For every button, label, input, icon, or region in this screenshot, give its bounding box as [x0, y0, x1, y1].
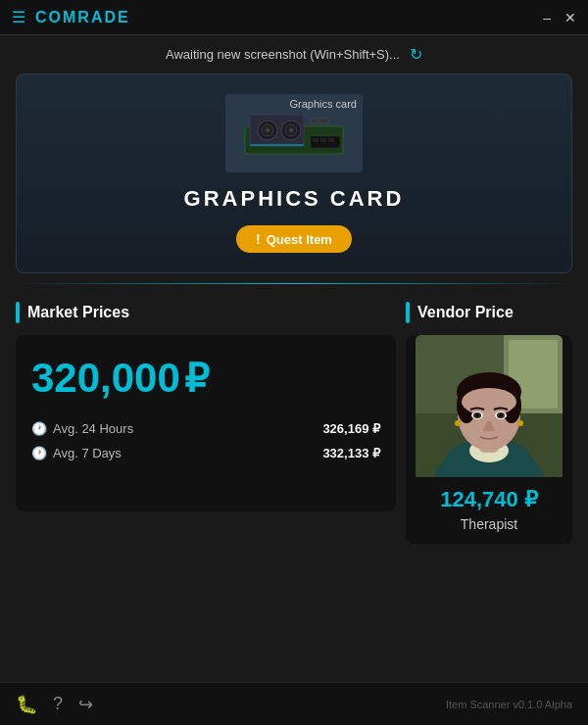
vendor-portrait [416, 335, 563, 477]
exit-icon[interactable]: ↪ [78, 694, 93, 715]
item-image [240, 107, 348, 161]
avg-7d-label: Avg. 7 Days [53, 446, 122, 460]
bottom-bar: 🐛 ? ↪ Item Scanner v0.1.0 Alpha [0, 682, 588, 725]
clock-icon-24h: 🕐 [31, 421, 47, 436]
menu-icon[interactable]: ☰ [12, 8, 25, 26]
vendor-price-number: 124,740 [440, 487, 518, 511]
svg-rect-12 [320, 138, 326, 142]
svg-rect-14 [250, 144, 304, 146]
svg-point-37 [458, 380, 520, 451]
quest-icon: ! [256, 231, 261, 247]
vendor-price-currency: ₽ [524, 487, 538, 511]
item-display: Graphics card GRAPHICS CAR [16, 73, 572, 273]
avg-24h-label: Avg. 24 Hours [53, 421, 133, 436]
avg-7d-row: 🕐 Avg. 7 Days 332,133 ₽ [31, 446, 380, 460]
close-button[interactable]: ✕ [564, 10, 576, 25]
market-price-box: 320,000 ₽ 🕐 Avg. 24 Hours 326,169 ₽ 🕐 Av… [16, 335, 396, 511]
avg-24h-value: 326,169 ₽ [322, 421, 380, 436]
statusbar: Awaiting new screenshot (Win+Shift+S)...… [0, 35, 588, 73]
minimize-button[interactable]: – [543, 10, 551, 25]
section-bar [16, 302, 20, 323]
vendor-section-bar [406, 302, 410, 323]
vendor-price-header: Vendor Price [406, 302, 572, 323]
bottom-icons: 🐛 ? ↪ [16, 694, 93, 715]
quest-label: Quest Item [267, 232, 332, 247]
clock-icon-7d: 🕐 [31, 446, 47, 460]
main-price-value: 320,000 [31, 355, 180, 402]
svg-point-4 [266, 128, 270, 132]
svg-point-7 [289, 128, 293, 132]
refresh-icon[interactable]: ↻ [410, 45, 422, 64]
sections-row: Market Prices 320,000 ₽ 🕐 Avg. 24 Hours … [16, 302, 572, 544]
help-icon[interactable]: ? [53, 694, 63, 714]
svg-rect-8 [311, 119, 318, 123]
version-text: Item Scanner v0.1.0 Alpha [446, 699, 572, 710]
item-image-label: Graphics card [290, 98, 357, 110]
svg-rect-13 [328, 138, 334, 142]
quest-badge: ! Quest Item [236, 225, 352, 253]
vendor-price-value: 124,740 ₽ [440, 487, 538, 512]
item-image-container: Graphics card [225, 94, 363, 172]
titlebar: ☰ COMRADE – ✕ [0, 0, 588, 35]
market-prices-header: Market Prices [16, 302, 396, 323]
market-prices-title: Market Prices [27, 304, 129, 321]
vendor-name: Therapist [461, 516, 517, 532]
divider [16, 283, 572, 284]
vendor-price-section: Vendor Price [406, 302, 572, 544]
svg-rect-11 [313, 138, 318, 142]
avg-24h-row: 🕐 Avg. 24 Hours 326,169 ₽ [31, 421, 380, 436]
vendor-price-title: Vendor Price [417, 304, 514, 321]
svg-rect-9 [320, 119, 328, 123]
status-message: Awaiting new screenshot (Win+Shift+S)... [166, 47, 400, 62]
item-name: GRAPHICS CARD [184, 186, 405, 212]
avg-7d-value: 332,133 ₽ [322, 446, 380, 460]
vendor-portrait-svg [416, 335, 563, 477]
titlebar-left: ☰ COMRADE [12, 8, 130, 26]
main-price: 320,000 ₽ [31, 355, 380, 402]
vendor-box: 124,740 ₽ Therapist [406, 335, 572, 544]
titlebar-right: – ✕ [543, 10, 576, 25]
market-prices-section: Market Prices 320,000 ₽ 🕐 Avg. 24 Hours … [16, 302, 406, 544]
bug-icon[interactable]: 🐛 [16, 694, 37, 715]
app-title: COMRADE [35, 9, 130, 26]
main-price-currency: ₽ [184, 356, 209, 401]
